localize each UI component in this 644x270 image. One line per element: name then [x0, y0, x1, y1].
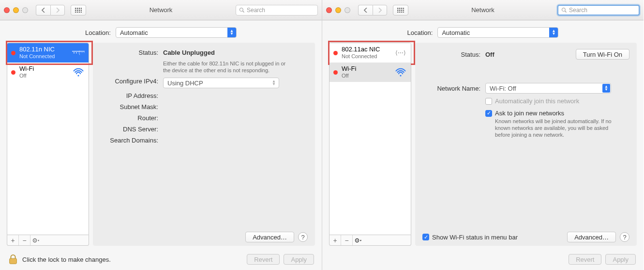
- traffic-lights: [4, 7, 28, 13]
- location-value: Automatic: [442, 29, 470, 36]
- svg-point-34: [562, 8, 566, 11]
- close-icon[interactable]: [326, 7, 332, 13]
- configure-value: Using DHCP: [167, 79, 203, 87]
- search-placeholder: Search: [247, 7, 265, 14]
- remove-interface-button[interactable]: −: [341, 235, 353, 245]
- location-select[interactable]: Automatic ▲▼: [437, 27, 558, 38]
- help-button[interactable]: ?: [620, 232, 629, 242]
- svg-rect-29: [403, 10, 404, 11]
- svg-point-16: [76, 52, 77, 53]
- svg-rect-32: [401, 12, 403, 13]
- toolbar: Network Search: [0, 0, 322, 20]
- svg-rect-25: [403, 8, 404, 9]
- chevron-updown-icon: ▲▼: [227, 28, 236, 37]
- minimize-icon[interactable]: [13, 7, 19, 13]
- remove-interface-button[interactable]: −: [19, 235, 30, 245]
- nav-buttons: [358, 5, 387, 16]
- sidebar-item-label: 802.11ac NIC: [342, 46, 390, 53]
- checkbox-icon: [485, 98, 492, 105]
- sidebar-item-wifi[interactable]: Wi-Fi Off: [7, 63, 89, 82]
- sidebar-item-wifi[interactable]: Wi-Fi Off: [329, 63, 411, 82]
- svg-rect-3: [81, 8, 82, 9]
- forward-button[interactable]: [373, 5, 387, 16]
- network-name-label: Network Name:: [422, 85, 485, 92]
- help-button[interactable]: ?: [298, 232, 308, 242]
- search-field[interactable]: Search: [236, 5, 318, 16]
- turn-wifi-on-button[interactable]: Turn Wi-Fi On: [576, 49, 629, 60]
- svg-rect-21: [10, 258, 17, 264]
- dns-server-label: DNS Server:: [100, 126, 163, 133]
- svg-rect-31: [399, 12, 401, 13]
- lock-icon[interactable]: [8, 254, 18, 265]
- sidebar-toolbar: + −: [329, 235, 411, 246]
- search-icon: [561, 7, 567, 13]
- add-interface-button[interactable]: +: [7, 235, 19, 245]
- zoom-icon[interactable]: [344, 7, 350, 13]
- add-interface-button[interactable]: +: [329, 235, 341, 245]
- svg-rect-24: [401, 8, 403, 9]
- auto-join-label: Automatically join this network: [495, 97, 579, 105]
- apply-button[interactable]: Apply: [605, 254, 636, 265]
- revert-button[interactable]: Revert: [569, 254, 601, 265]
- svg-rect-2: [79, 8, 80, 9]
- svg-rect-5: [77, 10, 78, 11]
- svg-point-39: [357, 240, 358, 241]
- ask-join-hint: Known networks will be joined automatica…: [495, 118, 616, 138]
- status-dot-icon: [333, 51, 338, 55]
- back-button[interactable]: [36, 5, 50, 16]
- svg-rect-9: [77, 12, 78, 13]
- sidebar-item-status: Off: [342, 72, 390, 79]
- ip-address-label: IP Address:: [100, 92, 163, 99]
- sidebar-item-80211ac[interactable]: 802.11ac NIC Not Connected ⟨⋯⟩: [329, 43, 411, 63]
- svg-rect-1: [77, 8, 78, 9]
- subnet-mask-label: Subnet Mask:: [100, 103, 163, 111]
- svg-rect-10: [79, 12, 80, 13]
- network-name-select[interactable]: Wi-Fi: Off ▲▼: [485, 83, 611, 94]
- status-subtext: Either the cable for 802.11n NIC is not …: [163, 60, 289, 74]
- svg-line-35: [565, 11, 567, 12]
- nav-buttons: [36, 5, 65, 16]
- action-menu-button[interactable]: [353, 235, 364, 245]
- search-field[interactable]: Search: [557, 5, 640, 16]
- window-network-right: Network Search Location: Automatic ▲▼ 80…: [322, 0, 644, 270]
- ethernet-icon: ⟨⋯⟩: [72, 47, 85, 59]
- network-name-value: Wi-Fi: Off: [490, 85, 516, 92]
- chevron-updown-icon: ▲▼: [549, 28, 558, 37]
- location-select[interactable]: Automatic ▲▼: [116, 27, 237, 38]
- forward-button[interactable]: [50, 5, 65, 16]
- auto-join-checkbox-row[interactable]: Automatically join this network: [485, 97, 579, 105]
- interfaces-sidebar: 802.11n NIC Not Connected ⟨⋯⟩ Wi-Fi Off: [7, 43, 89, 246]
- close-icon[interactable]: [4, 7, 10, 13]
- sidebar-item-label: Wi-Fi: [342, 65, 390, 72]
- svg-point-12: [240, 8, 243, 11]
- svg-rect-22: [397, 8, 399, 9]
- show-all-button[interactable]: [393, 5, 408, 16]
- svg-point-18: [77, 75, 79, 76]
- router-label: Router:: [100, 114, 163, 122]
- back-button[interactable]: [358, 5, 373, 16]
- advanced-button[interactable]: Advanced…: [245, 232, 294, 242]
- svg-point-20: [34, 240, 35, 241]
- action-menu-button[interactable]: [30, 235, 42, 245]
- minimize-icon[interactable]: [335, 7, 341, 13]
- advanced-button[interactable]: Advanced…: [567, 232, 616, 242]
- lock-text: Click the lock to make changes.: [22, 256, 111, 263]
- detail-panel: Status: Cable Unplugged Either the cable…: [93, 43, 315, 246]
- configure-ipv4-select[interactable]: Using DHCP ▲▼: [163, 78, 279, 88]
- ask-join-checkbox-row[interactable]: ✓ Ask to join new networks: [485, 110, 616, 117]
- show-status-label: Show Wi-Fi status in menu bar: [432, 234, 518, 241]
- status-label: Status:: [100, 49, 163, 74]
- ethernet-icon: ⟨⋯⟩: [394, 47, 407, 59]
- show-status-checkbox-row[interactable]: ✓ Show Wi-Fi status in menu bar: [422, 234, 518, 241]
- svg-rect-8: [75, 12, 76, 13]
- sidebar-item-status: Off: [19, 72, 68, 79]
- apply-button[interactable]: Apply: [284, 254, 314, 265]
- interfaces-sidebar: 802.11ac NIC Not Connected ⟨⋯⟩ Wi-Fi Off: [329, 43, 411, 246]
- svg-rect-33: [403, 12, 404, 13]
- sidebar-item-80211n[interactable]: 802.11n NIC Not Connected ⟨⋯⟩: [7, 43, 89, 63]
- revert-button[interactable]: Revert: [247, 254, 280, 265]
- checkbox-checked-icon: ✓: [485, 110, 492, 117]
- zoom-icon[interactable]: [22, 7, 28, 13]
- search-icon: [239, 7, 245, 13]
- show-all-button[interactable]: [71, 5, 86, 16]
